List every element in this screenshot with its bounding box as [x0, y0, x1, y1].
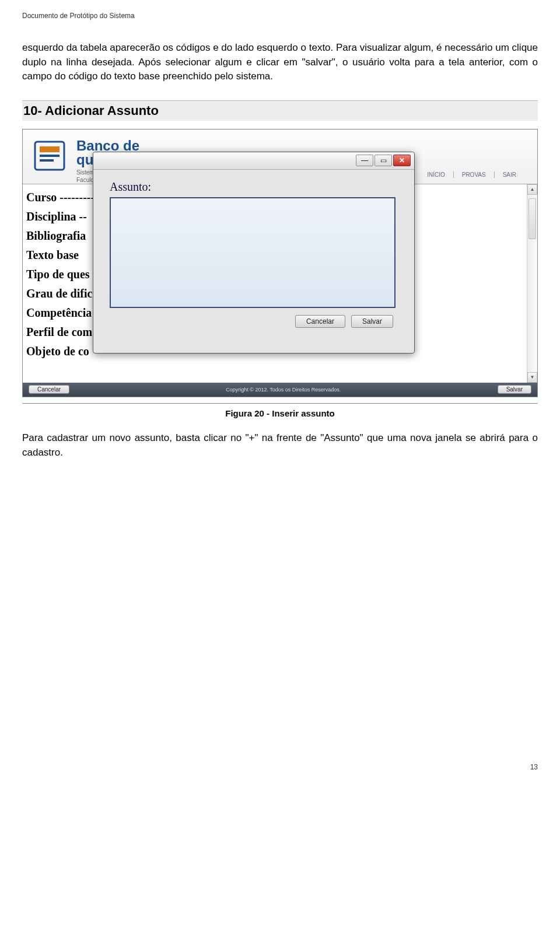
close-icon[interactable]: ✕: [393, 155, 411, 166]
scroll-down-icon[interactable]: ▼: [527, 372, 537, 383]
nav-sair[interactable]: SAIR: [494, 172, 524, 178]
label-bibliografia: Bibliografia: [26, 226, 94, 246]
page-number: 13: [22, 763, 538, 771]
scroll-up-icon[interactable]: ▲: [527, 184, 537, 195]
label-texto-base: Texto base: [26, 246, 94, 265]
modal-assunto: — ▭ ✕ Assunto: Cancelar Salvar: [93, 152, 415, 354]
label-competencia: Competência: [26, 303, 94, 323]
label-tipo-questao: Tipo de ques: [26, 265, 94, 284]
app-nav: INÍCIO PROVAS SAIR: [419, 172, 524, 178]
app-screenshot: Banco de questões Sistema de elaboração …: [22, 129, 538, 397]
svg-rect-2: [40, 155, 60, 157]
nav-provas[interactable]: PROVAS: [453, 172, 494, 178]
scroll-thumb[interactable]: [528, 198, 536, 239]
modal-save-button[interactable]: Salvar: [351, 315, 393, 328]
label-disciplina: Disciplina --: [26, 207, 94, 226]
figure-caption: Figura 20 - Inserir assunto: [22, 408, 538, 418]
section-heading: 10- Adicionar Assunto: [22, 100, 538, 121]
doc-paragraph-1: esquerdo da tabela aparecerão os códigos…: [22, 41, 538, 84]
label-grau-dificuldade: Grau de dific: [26, 284, 94, 303]
scrollbar[interactable]: ▲ ▼: [527, 184, 537, 383]
brand-line-1: Banco de: [76, 138, 139, 153]
app-logo-icon: [29, 134, 72, 177]
minimize-icon[interactable]: —: [356, 155, 373, 166]
doc-header: Documento de Protótipo do Sistema: [22, 12, 538, 20]
modal-label-assunto: Assunto:: [110, 180, 398, 194]
modal-buttons: Cancelar Salvar: [110, 315, 398, 328]
app-bottom-bar: Cancelar Copyright © 2012. Todos os Dire…: [23, 383, 537, 397]
modal-body: Assunto: Cancelar Salvar: [93, 170, 414, 334]
nav-inicio[interactable]: INÍCIO: [419, 172, 453, 178]
label-curso: Curso ---------: [26, 188, 94, 207]
doc-paragraph-2: Para cadastrar um novo assunto, basta cl…: [22, 431, 538, 460]
assunto-input[interactable]: [110, 197, 396, 308]
modal-titlebar[interactable]: — ▭ ✕: [93, 152, 414, 170]
svg-rect-1: [40, 146, 60, 152]
label-perfil-competencia: Perfil de com: [26, 323, 94, 342]
app-cancel-button[interactable]: Cancelar: [29, 385, 69, 394]
figure-divider: [22, 403, 538, 404]
label-objeto-conhecimento: Objeto de co: [26, 342, 94, 361]
form-labels: Curso --------- Disciplina -- Bibliograf…: [26, 188, 94, 361]
app-copyright: Copyright © 2012. Todos os Direitos Rese…: [226, 387, 341, 393]
svg-rect-3: [40, 159, 54, 162]
maximize-icon[interactable]: ▭: [374, 155, 392, 166]
app-save-button[interactable]: Salvar: [498, 385, 531, 394]
modal-cancel-button[interactable]: Cancelar: [295, 315, 345, 328]
